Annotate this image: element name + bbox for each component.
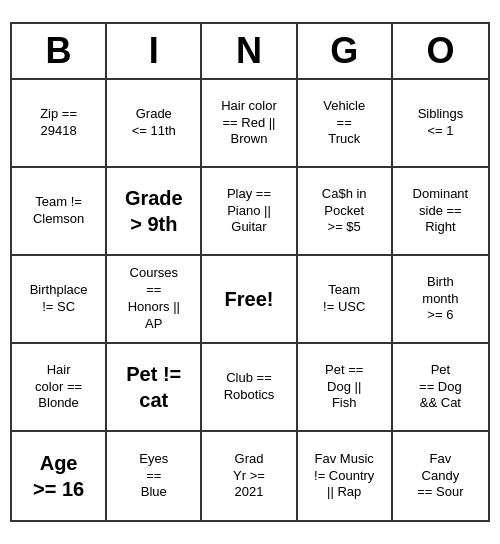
bingo-cell-3: Vehicle==Truck [298,80,393,168]
bingo-cell-18: Pet ==Dog ||Fish [298,344,393,432]
bingo-grid: Zip ==29418Grade<= 11thHair color== Red … [12,80,488,520]
bingo-cell-8: Ca$h inPocket>= $5 [298,168,393,256]
bingo-cell-1: Grade<= 11th [107,80,202,168]
bingo-cell-22: GradYr >=2021 [202,432,297,520]
bingo-cell-21: Eyes==Blue [107,432,202,520]
header-letter-b: B [12,24,107,78]
header-letter-o: O [393,24,488,78]
bingo-cell-6: Grade> 9th [107,168,202,256]
bingo-cell-7: Play ==Piano ||Guitar [202,168,297,256]
bingo-cell-19: Pet== Dog&& Cat [393,344,488,432]
bingo-cell-12: Free! [202,256,297,344]
bingo-header: BINGO [12,24,488,80]
bingo-cell-11: Courses==Honors ||AP [107,256,202,344]
bingo-cell-10: Birthplace!= SC [12,256,107,344]
bingo-cell-24: FavCandy== Sour [393,432,488,520]
bingo-cell-0: Zip ==29418 [12,80,107,168]
bingo-cell-4: Siblings<= 1 [393,80,488,168]
bingo-cell-20: Age>= 16 [12,432,107,520]
header-letter-n: N [202,24,297,78]
bingo-cell-23: Fav Music!= Country|| Rap [298,432,393,520]
bingo-cell-9: Dominantside ==Right [393,168,488,256]
bingo-cell-13: Team!= USC [298,256,393,344]
bingo-cell-16: Pet !=cat [107,344,202,432]
header-letter-g: G [298,24,393,78]
bingo-cell-17: Club ==Robotics [202,344,297,432]
bingo-cell-14: Birthmonth>= 6 [393,256,488,344]
header-letter-i: I [107,24,202,78]
bingo-cell-5: Team !=Clemson [12,168,107,256]
bingo-cell-15: Haircolor ==Blonde [12,344,107,432]
bingo-cell-2: Hair color== Red ||Brown [202,80,297,168]
bingo-card: BINGO Zip ==29418Grade<= 11thHair color=… [10,22,490,522]
